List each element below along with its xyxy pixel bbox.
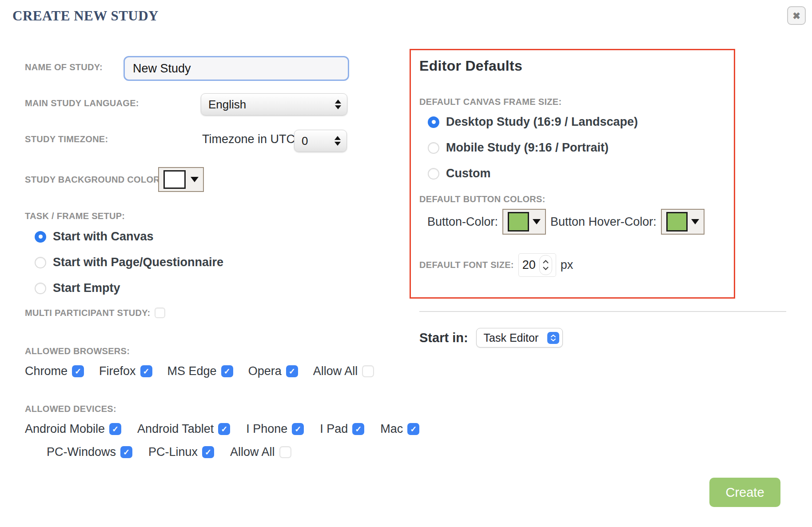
button-hover-color-picker[interactable]: [661, 209, 705, 235]
check-icon: ✓: [224, 367, 231, 375]
check-icon: ✓: [289, 367, 295, 375]
radio-icon[interactable]: [428, 116, 439, 128]
allowed-devices-label: ALLOWED DEVICES:: [25, 404, 116, 414]
close-icon: ✖: [792, 11, 800, 20]
chevron-down-icon: [551, 339, 556, 341]
timezone-select-value: 0: [295, 134, 308, 148]
start-in-select[interactable]: Task Editor: [476, 328, 563, 347]
chevron-up-icon: [551, 335, 556, 337]
check-icon: ✓: [410, 425, 417, 433]
button-colors-row: Button-Color: Button Hover-Color:: [427, 209, 705, 235]
start-in-value: Task Editor: [484, 331, 539, 344]
check-icon: ✓: [112, 425, 119, 433]
device-allow-all[interactable]: Allow All ✓: [230, 445, 291, 459]
button-color-swatch: [508, 212, 529, 232]
device-iphone[interactable]: I Phone ✓: [246, 422, 304, 436]
radio-start-with-page[interactable]: Start with Page/Questionnaire: [35, 256, 223, 269]
language-select[interactable]: English: [201, 93, 347, 116]
canvas-frame-size-label: DEFAULT CANVAS FRAME SIZE:: [419, 97, 561, 107]
dropdown-triangle-icon: [533, 219, 541, 224]
stepper-arrows[interactable]: [539, 255, 552, 275]
checkbox-ipad[interactable]: ✓: [352, 423, 364, 435]
browser-chrome[interactable]: Chrome ✓: [25, 364, 84, 378]
font-size-row: DEFAULT FONT SIZE: 20 px: [419, 253, 573, 277]
checkbox-chrome[interactable]: ✓: [72, 365, 84, 377]
checkbox-iphone[interactable]: ✓: [292, 423, 304, 435]
font-size-unit: px: [561, 258, 573, 272]
start-in-label: Start in:: [419, 331, 468, 345]
checkbox-android-mobile[interactable]: ✓: [109, 423, 121, 435]
updown-arrows-icon: [334, 136, 341, 146]
allowed-devices-row-2: PC-Windows ✓ PC-Linux ✓ Allow All ✓: [47, 445, 291, 459]
chevron-up-icon: [543, 260, 549, 264]
checkbox-firefox[interactable]: ✓: [140, 365, 152, 377]
checkbox-devices-allow-all[interactable]: ✓: [279, 446, 291, 458]
button-color-label: Button-Color:: [427, 215, 498, 229]
task-setup-label: TASK / FRAME SETUP:: [25, 211, 125, 221]
device-mac[interactable]: Mac ✓: [380, 422, 419, 436]
device-ipad[interactable]: I Pad ✓: [320, 422, 364, 436]
check-icon: ✓: [221, 425, 227, 433]
button-color-picker[interactable]: [502, 209, 546, 235]
allowed-browsers-label: ALLOWED BROWSERS:: [25, 346, 130, 356]
section-divider: [419, 311, 786, 312]
font-size-label: DEFAULT FONT SIZE:: [419, 260, 514, 270]
dropdown-triangle-icon: [691, 219, 699, 224]
allowed-browsers-row: Chrome ✓ Firefox ✓ MS Edge ✓ Opera ✓ All…: [25, 364, 374, 378]
checkbox-ms-edge[interactable]: ✓: [221, 365, 233, 377]
name-of-study-label: NAME OF STUDY:: [25, 62, 103, 72]
browser-firefox[interactable]: Firefox ✓: [99, 364, 152, 378]
updown-arrows-icon: [335, 100, 341, 109]
browser-opera[interactable]: Opera ✓: [248, 364, 298, 378]
radio-start-with-canvas[interactable]: Start with Canvas: [35, 230, 154, 244]
checkbox-pc-linux[interactable]: ✓: [202, 446, 214, 458]
background-color-swatch: [163, 170, 186, 189]
checkbox-mac[interactable]: ✓: [407, 423, 419, 435]
radio-icon[interactable]: [35, 231, 46, 243]
button-hover-color-swatch: [666, 212, 688, 232]
start-in-row: Start in: Task Editor: [419, 328, 563, 347]
checkbox-pc-windows[interactable]: ✓: [120, 446, 132, 458]
checkbox-android-tablet[interactable]: ✓: [218, 423, 230, 435]
multi-participant-checkbox[interactable]: ✓: [155, 307, 165, 318]
button-hover-color-label: Button Hover-Color:: [550, 215, 657, 229]
timezone-label: STUDY TIMEZONE:: [25, 134, 108, 144]
study-name-input[interactable]: [123, 56, 349, 81]
create-button[interactable]: Create: [709, 478, 780, 507]
timezone-select[interactable]: 0: [294, 130, 347, 152]
create-new-study-dialog: CREATE NEW STUDY ✖ NAME OF STUDY: MAIN S…: [0, 0, 812, 527]
browser-allow-all[interactable]: Allow All ✓: [313, 364, 374, 378]
radio-icon[interactable]: [35, 257, 46, 268]
button-colors-label: DEFAULT BUTTON COLORS:: [419, 194, 545, 204]
radio-start-empty[interactable]: Start Empty: [35, 281, 120, 295]
radio-custom[interactable]: Custom: [428, 167, 491, 180]
radio-icon[interactable]: [35, 283, 46, 294]
browser-ms-edge[interactable]: MS Edge ✓: [167, 364, 233, 378]
radio-desktop-study[interactable]: Desktop Study (16:9 / Landscape): [428, 115, 638, 129]
radio-icon[interactable]: [428, 142, 439, 154]
device-android-tablet[interactable]: Android Tablet ✓: [137, 422, 230, 436]
check-icon: ✓: [355, 425, 362, 433]
select-stepper-icon: [547, 332, 559, 344]
page-title: CREATE NEW STUDY: [12, 8, 159, 24]
check-icon: ✓: [295, 425, 301, 433]
check-icon: ✓: [75, 367, 81, 375]
checkbox-browsers-allow-all[interactable]: ✓: [362, 365, 374, 377]
device-pc-linux[interactable]: PC-Linux ✓: [148, 445, 214, 459]
language-select-value: English: [201, 98, 246, 112]
font-size-value: 20: [522, 258, 536, 272]
radio-icon[interactable]: [428, 168, 439, 180]
multi-participant-row: MULTI PARTICIPANT STUDY: ✓: [25, 307, 165, 318]
allowed-devices-row-1: Android Mobile ✓ Android Tablet ✓ I Phon…: [25, 422, 419, 436]
font-size-input[interactable]: 20: [518, 253, 556, 277]
radio-mobile-study[interactable]: Mobile Study (9:16 / Portrait): [428, 141, 609, 155]
dropdown-triangle-icon: [191, 177, 199, 182]
close-button[interactable]: ✖: [787, 6, 806, 25]
timezone-inline-label: Timezone in UTC:: [202, 132, 299, 146]
checkbox-opera[interactable]: ✓: [286, 365, 298, 377]
background-color-picker[interactable]: [158, 167, 204, 192]
device-pc-windows[interactable]: PC-Windows ✓: [47, 445, 132, 459]
multi-participant-label: MULTI PARTICIPANT STUDY:: [25, 308, 150, 318]
check-icon: ✓: [143, 367, 150, 375]
device-android-mobile[interactable]: Android Mobile ✓: [25, 422, 121, 436]
